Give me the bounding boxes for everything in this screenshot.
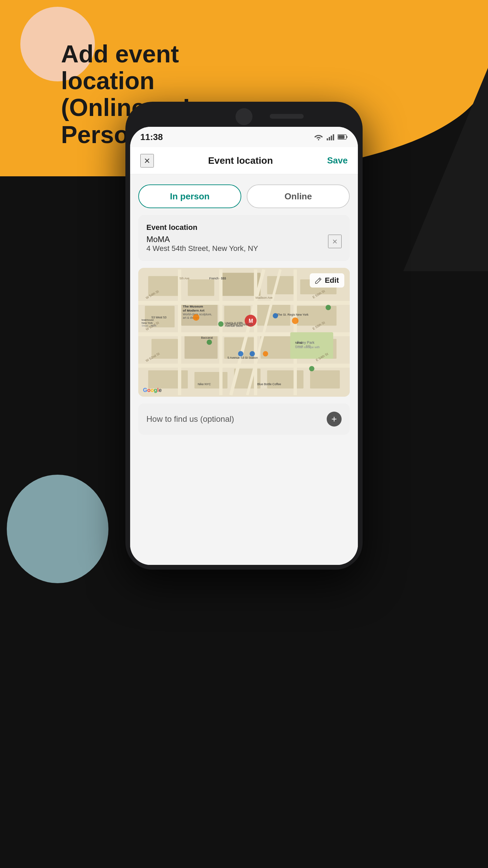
location-address: 4 West 54th Street, New York, NY bbox=[146, 244, 328, 253]
svg-line-80 bbox=[319, 279, 320, 280]
svg-rect-32 bbox=[178, 270, 181, 395]
svg-text:Nerai: Nerai bbox=[295, 341, 302, 344]
svg-rect-24 bbox=[148, 370, 188, 389]
svg-text:ATHKEM ALHANDA: ATHKEM ALHANDA bbox=[226, 323, 252, 327]
svg-rect-28 bbox=[310, 370, 340, 389]
map-edit-button[interactable]: Edit bbox=[310, 273, 344, 288]
pencil-icon bbox=[315, 277, 322, 284]
svg-text:New York: New York bbox=[142, 321, 153, 324]
google-brand: Google bbox=[143, 387, 162, 393]
svg-rect-2 bbox=[329, 137, 330, 140]
svg-point-61 bbox=[263, 351, 268, 357]
tab-in-person[interactable]: In person bbox=[138, 184, 241, 208]
map-container: Paley Park Urban escape with W 54th St W… bbox=[138, 268, 350, 397]
svg-rect-7 bbox=[338, 135, 345, 139]
status-bar: 11:38 bbox=[130, 127, 358, 147]
svg-point-57 bbox=[326, 305, 331, 310]
svg-text:Nike NYC: Nike NYC bbox=[198, 382, 211, 386]
svg-rect-6 bbox=[346, 136, 347, 138]
phone-screen: 11:38 bbox=[130, 127, 358, 565]
svg-point-53 bbox=[193, 314, 200, 321]
how-to-find-card[interactable]: How to find us (optional) + bbox=[138, 403, 350, 435]
svg-text:Greek · $$$: Greek · $$$ bbox=[295, 344, 311, 348]
svg-rect-4 bbox=[333, 134, 334, 140]
svg-text:53 West 53: 53 West 53 bbox=[151, 316, 166, 319]
svg-rect-34 bbox=[254, 270, 257, 395]
wifi-icon bbox=[314, 134, 323, 140]
header-title: Event location bbox=[208, 155, 273, 166]
tab-online[interactable]: Online bbox=[247, 184, 350, 208]
svg-point-56 bbox=[292, 317, 299, 324]
status-icons bbox=[314, 134, 348, 140]
svg-text:5th Ave: 5th Ave bbox=[180, 277, 189, 280]
save-button[interactable]: Save bbox=[327, 155, 348, 166]
svg-rect-3 bbox=[331, 136, 332, 140]
svg-text:The Museum: The Museum bbox=[183, 304, 203, 308]
page-title-line1: Add event location bbox=[61, 40, 179, 94]
svg-text:Steak · $$$$: Steak · $$$$ bbox=[142, 324, 157, 327]
screen-content: In person Online Event location MoMA 4 W… bbox=[130, 174, 358, 565]
app-header: × Event location Save bbox=[130, 147, 358, 174]
location-card: Event location MoMA 4 West 54th Street, … bbox=[138, 215, 350, 261]
svg-point-58 bbox=[207, 339, 212, 345]
svg-point-62 bbox=[309, 366, 314, 371]
svg-point-54 bbox=[218, 321, 224, 327]
location-card-label: Event location bbox=[146, 223, 342, 232]
svg-rect-29 bbox=[138, 301, 350, 305]
svg-rect-33 bbox=[219, 270, 223, 395]
signal-icon bbox=[327, 134, 334, 140]
svg-text:French · $$$: French · $$$ bbox=[209, 277, 226, 280]
add-how-to-find-button[interactable]: + bbox=[327, 412, 342, 427]
blue-blob bbox=[7, 475, 108, 583]
svg-point-59 bbox=[238, 351, 243, 357]
svg-text:Baccarat: Baccarat bbox=[201, 336, 213, 340]
svg-rect-1 bbox=[327, 138, 328, 140]
svg-rect-31 bbox=[138, 364, 350, 368]
svg-text:of Modern Art: of Modern Art bbox=[183, 309, 205, 312]
svg-text:The St. Regis New York: The St. Regis New York bbox=[277, 313, 309, 316]
phone-speaker bbox=[270, 114, 304, 119]
toggle-row: In person Online bbox=[138, 184, 350, 208]
phone-camera bbox=[236, 108, 252, 125]
location-name: MoMA bbox=[146, 235, 328, 244]
location-text: MoMA 4 West 54th Street, New York, NY bbox=[146, 235, 328, 253]
location-card-inner: MoMA 4 West 54th Street, New York, NY × bbox=[146, 235, 342, 253]
phone-notch bbox=[130, 106, 358, 127]
battery-icon bbox=[338, 134, 348, 140]
svg-text:5 Avenue-53 St Station: 5 Avenue-53 St Station bbox=[227, 356, 258, 359]
close-button[interactable]: × bbox=[140, 154, 154, 167]
svg-point-0 bbox=[318, 139, 319, 140]
svg-rect-10 bbox=[188, 279, 214, 296]
edit-label: Edit bbox=[325, 276, 339, 285]
svg-rect-12 bbox=[267, 276, 297, 294]
svg-text:Blue Bottle Coffee: Blue Bottle Coffee bbox=[257, 382, 281, 386]
svg-point-60 bbox=[250, 351, 255, 357]
svg-text:Madison Ave: Madison Ave bbox=[256, 296, 272, 299]
status-time: 11:38 bbox=[140, 132, 163, 142]
clear-location-button[interactable]: × bbox=[328, 235, 342, 248]
how-to-find-label: How to find us (optional) bbox=[146, 414, 234, 424]
phone-frame: 11:38 bbox=[125, 102, 363, 570]
